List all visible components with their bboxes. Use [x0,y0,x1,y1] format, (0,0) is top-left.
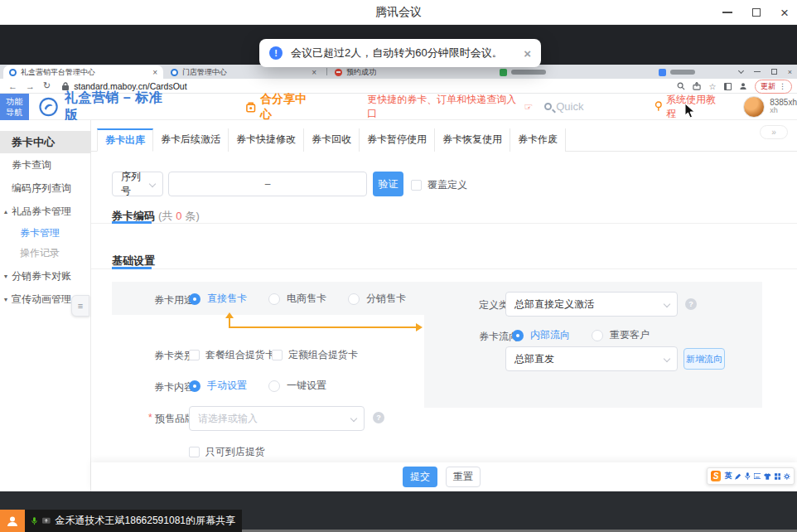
radio-key-customer[interactable] [592,330,603,341]
tab-card-outbound[interactable]: 券卡出库 [97,128,153,152]
submit-button[interactable]: 提交 [403,467,437,487]
tab-card-followup-activate[interactable]: 券卡后续激活 [153,128,229,152]
flow-option-label: 重要客户 [610,328,650,342]
required-star: * [148,412,152,423]
browser-tab-gift-admin[interactable]: 礼盒营销平台管理中心 × [3,65,163,79]
radio-oneclick-setup[interactable] [268,380,280,392]
checkbox-icon[interactable] [272,350,283,360]
screen-share-indicator[interactable]: 金禾通技术王斌18662591081的屏幕共享 [25,510,242,532]
quick-entry-link[interactable]: 更快捷的券卡、订单和快递查询入口 ☞ [367,93,533,121]
flow-select[interactable]: 总部直发 [505,346,678,371]
sidebar-item-operation-log[interactable]: 操作记录 [0,243,91,263]
content-option-label: 手动设置 [207,379,247,393]
browser-tab-booking[interactable]: 预约成功 [329,65,432,79]
tab-card-quick-modify[interactable]: 券卡快捷修改 [229,128,304,152]
close-icon[interactable]: × [780,6,789,20]
function-nav-button[interactable]: 功能 导航 [0,94,29,120]
checkbox-icon[interactable] [189,350,200,360]
meeting-toast: ! 会议已超过2人，自动转为60分钟限时会议。 × [259,39,541,67]
share-center-label: 合分享中心 [260,92,316,122]
tab-close-icon[interactable]: × [312,68,316,77]
radio-direct-sale-checked[interactable] [189,293,200,305]
define-type-select[interactable]: 总部直接定义激活 [505,292,678,317]
ime-settings-icon[interactable] [784,473,790,480]
toast-close-icon[interactable]: × [524,46,531,60]
maximize-icon[interactable] [752,8,761,17]
browser-update-button[interactable]: 更新 ⋮ [755,80,792,94]
sidebar-group-gift-card-mgmt[interactable]: ▲ 礼品券卡管理 [0,201,91,221]
update-label: 更新 [761,81,775,92]
category-checkbox-combo[interactable]: 套餐组合提货卡 [189,348,275,362]
tab-card-suspend[interactable]: 券卡暂停使用 [360,128,435,152]
brand-help-icon[interactable]: ? [373,412,384,423]
tab-card-void[interactable]: 券卡作废 [510,128,566,152]
usage-option-label: 直接售卡 [207,292,247,306]
side-panel-icon[interactable] [724,83,732,90]
browser-close-icon[interactable]: × [788,68,792,76]
sidebar-group-distribution-reconcile[interactable]: ▼ 分销券卡对账 [0,266,91,286]
ime-toolbar[interactable]: S 英 [707,467,795,485]
add-flow-button[interactable]: 新增流向 [683,348,725,370]
codes-count-suffix: 条) [186,209,200,224]
overwrite-define-checkbox[interactable]: 覆盖定义 [411,178,467,192]
user-block[interactable]: 8385xh xh [743,96,797,118]
radio-internal-flow-checked[interactable] [512,330,524,341]
chevron-down-icon[interactable] [738,67,744,73]
zoom-icon[interactable] [677,82,685,90]
sidebar-collapse-handle[interactable]: ≡ [71,295,89,317]
radio-distribution-sale[interactable] [348,293,360,305]
ime-grid-icon[interactable] [775,473,781,480]
category-checkbox-fixed[interactable]: 定额组合提货卡 [272,348,358,362]
store-pickup-checkbox[interactable]: 只可到店提货 [189,445,265,459]
ime-pen-icon[interactable] [735,473,741,480]
minimize-icon[interactable] [722,12,732,13]
tab-card-recycle[interactable]: 券卡回收 [304,128,360,152]
collapse-pill-button[interactable]: » [760,125,788,139]
person-icon [6,515,19,528]
browser-tab-obscured[interactable] [494,65,626,79]
flow-value: 总部直发 [514,352,554,366]
checkbox-icon[interactable] [411,180,422,191]
usage-radio-group: 直接售卡 电商售卡 分销售卡 [189,292,406,306]
bookmark-star-icon[interactable]: ☆ [708,82,717,90]
share-center-link[interactable]: 合分享中心 [245,92,316,122]
share-center-icon [245,101,256,113]
browser-tab-store-admin[interactable]: 门店管理中心 × [165,65,322,79]
browser-tab-obscured[interactable] [653,65,744,79]
browser-minimize-icon[interactable] [754,71,761,72]
ime-keyboard-icon[interactable] [754,473,761,479]
browser-maximize-icon[interactable] [771,69,777,75]
quick-search[interactable]: Quick [544,100,583,113]
microphone-icon [31,515,37,527]
flow-radio-group: 内部流向 重要客户 [512,328,650,342]
nav-line1: 功能 [6,96,22,107]
verify-button[interactable]: 验证 [373,172,403,196]
forward-icon[interactable]: → [26,81,35,91]
define-type-help-icon[interactable]: ? [685,298,697,310]
ime-mic-icon[interactable] [745,472,751,480]
serial-field-select[interactable]: 序列号 [112,172,163,196]
avatar[interactable] [743,96,765,118]
sidebar-item-card-query[interactable]: 券卡查询 [0,155,91,175]
ime-logo-icon[interactable]: S [711,471,721,481]
sidebar-item-label: 操作记录 [20,246,60,260]
sidebar-item-code-sequence-query[interactable]: 编码序列查询 [0,178,91,198]
sidebar-item-card-management-active[interactable]: 券卡管理 [0,223,91,243]
reload-icon[interactable]: ↻ [43,80,51,91]
ime-skin-icon[interactable] [764,473,771,480]
tab-card-restore[interactable]: 券卡恢复使用 [435,128,510,152]
back-icon[interactable]: ← [8,81,17,91]
brand-select[interactable]: 请选择或输入 [189,406,365,431]
share-icon[interactable] [693,82,701,90]
browser-tab-label: 门店管理中心 [182,67,227,78]
reset-button[interactable]: 重置 [446,467,481,487]
profile-icon[interactable] [739,82,747,90]
divider [91,268,797,269]
checkbox-icon[interactable] [189,447,200,457]
radio-ecommerce-sale[interactable] [268,293,280,305]
ime-language-toggle[interactable]: 英 [724,471,732,481]
serial-range-input[interactable]: – [168,172,367,196]
radio-manual-setup-checked[interactable] [189,380,200,392]
browser-menu-icon[interactable]: ⋮ [779,82,786,90]
tab-close-icon[interactable]: × [152,68,157,77]
